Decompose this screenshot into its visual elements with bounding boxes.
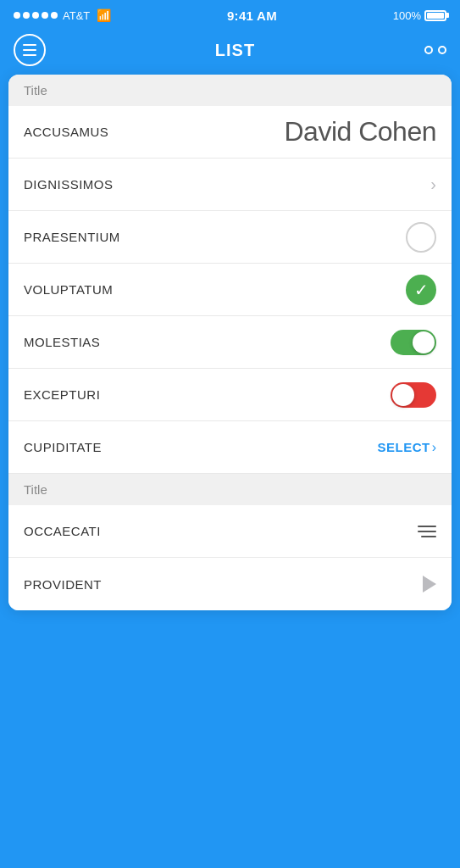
nav-dot-2[interactable] <box>438 46 446 54</box>
row-label-molestias: MOLESTIAS <box>24 335 100 349</box>
battery-label: 100% <box>393 9 421 22</box>
list-item-cupiditate[interactable]: CUPIDITATE SELECT › <box>8 421 452 474</box>
list-item-occaecati[interactable]: OCCAECATI <box>8 505 452 558</box>
status-time: 9:41 AM <box>227 8 277 23</box>
list-item-accusamus[interactable]: ACCUSAMUS David Cohen <box>8 106 452 159</box>
list-item-molestias[interactable]: MOLESTIAS <box>8 316 452 369</box>
section-header-2: Title <box>8 474 452 505</box>
nav-bar: LIST <box>0 31 460 75</box>
david-cohen-text: David Cohen <box>285 116 437 147</box>
wifi-icon: 📶 <box>97 8 111 22</box>
menu-line-3 <box>23 54 36 56</box>
toggle-thumb-excepturi <box>392 384 414 406</box>
row-label-praesentium: PRAESENTIUM <box>24 230 120 244</box>
status-left: AT&T 📶 <box>14 8 111 22</box>
status-right: 100% <box>393 9 446 22</box>
nav-title: LIST <box>215 41 255 60</box>
menu-line-1 <box>23 44 36 46</box>
row-right-occaecati <box>418 526 436 537</box>
section-title-2: Title <box>24 482 47 497</box>
battery-fill <box>427 13 444 19</box>
row-right-provident <box>423 576 436 593</box>
row-label-cupiditate: CUPIDITATE <box>24 440 102 454</box>
row-label-provident: PROVIDENT <box>24 577 102 592</box>
hamburger-line-3 <box>421 536 436 537</box>
nav-dot-1[interactable] <box>424 46 433 54</box>
row-right-molestias <box>391 330 436 355</box>
chevron-right-icon: › <box>430 175 436 194</box>
row-right-cupiditate: SELECT › <box>377 440 436 455</box>
select-chevron-icon: › <box>432 440 436 455</box>
hamburger-line-1 <box>418 526 436 527</box>
list-item-excepturi[interactable]: EXCEPTURI <box>8 369 452 421</box>
list-item-dignissimos[interactable]: DIGNISSIMOS › <box>8 159 452 211</box>
row-right-accusamus: David Cohen <box>285 116 437 147</box>
row-label-occaecati: OCCAECATI <box>24 524 101 538</box>
section-header-1: Title <box>8 75 452 106</box>
nav-dots <box>424 46 446 54</box>
battery-icon <box>424 10 446 21</box>
row-right-excepturi <box>391 382 436 408</box>
section-title-1: Title <box>24 83 47 97</box>
list-item-voluptatum[interactable]: VOLUPTATUM ✓ <box>8 264 452 316</box>
hamburger-line-2 <box>418 531 436 532</box>
row-right-voluptatum: ✓ <box>406 275 436 305</box>
signal-dot-3 <box>32 12 39 19</box>
list-item-praesentium[interactable]: PRAESENTIUM <box>8 211 452 264</box>
signal-dots <box>14 12 58 19</box>
checkmark-icon: ✓ <box>414 281 429 298</box>
signal-dot-4 <box>42 12 48 19</box>
row-label-voluptatum: VOLUPTATUM <box>24 282 113 297</box>
row-label-excepturi: EXCEPTURI <box>24 387 100 402</box>
row-label-dignissimos: DIGNISSIMOS <box>24 177 114 192</box>
signal-dot-2 <box>23 12 30 19</box>
unchecked-circle[interactable] <box>406 222 436 253</box>
menu-line-2 <box>23 49 36 51</box>
signal-dot-5 <box>51 12 58 19</box>
checked-circle[interactable]: ✓ <box>406 275 436 305</box>
status-bar: AT&T 📶 9:41 AM 100% <box>0 0 460 31</box>
main-card: Title ACCUSAMUS David Cohen DIGNISSIMOS … <box>8 75 452 610</box>
menu-button[interactable] <box>14 34 46 66</box>
play-icon <box>423 576 436 593</box>
list-item-provident[interactable]: PROVIDENT <box>8 558 452 610</box>
signal-dot-1 <box>14 12 20 19</box>
toggle-thumb-molestias <box>413 331 435 353</box>
row-label-accusamus: ACCUSAMUS <box>24 125 108 139</box>
carrier-label: AT&T <box>63 9 90 22</box>
toggle-molestias[interactable] <box>391 330 436 355</box>
select-text: SELECT <box>377 440 430 454</box>
row-right-praesentium <box>406 222 436 253</box>
hamburger-icon <box>418 526 436 537</box>
toggle-excepturi[interactable] <box>391 382 436 408</box>
row-right-dignissimos: › <box>430 175 436 194</box>
